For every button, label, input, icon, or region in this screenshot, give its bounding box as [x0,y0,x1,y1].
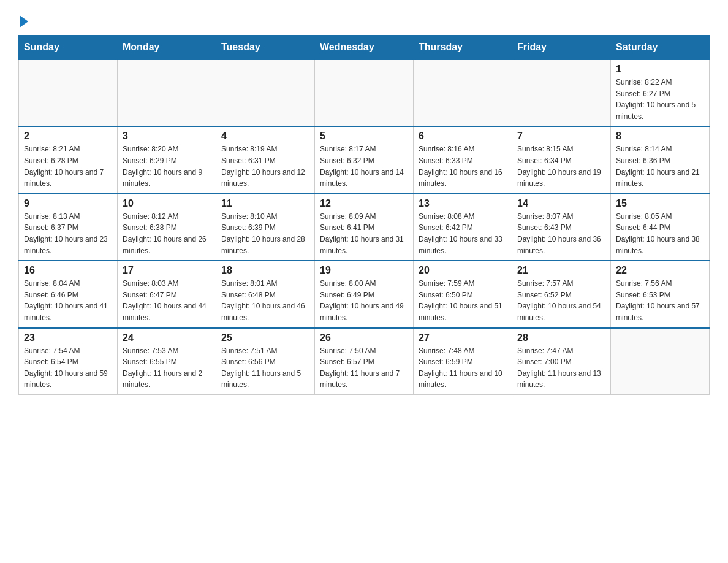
day-cell: 22Sunrise: 7:56 AM Sunset: 6:53 PM Dayli… [611,261,710,327]
day-cell: 26Sunrise: 7:50 AM Sunset: 6:57 PM Dayli… [315,328,414,395]
day-number: 4 [221,131,309,142]
day-cell: 9Sunrise: 8:13 AM Sunset: 6:37 PM Daylig… [19,194,118,261]
cell-content: 22Sunrise: 7:56 AM Sunset: 6:53 PM Dayli… [616,265,704,323]
day-info: Sunrise: 8:04 AM Sunset: 6:46 PM Dayligh… [24,278,112,323]
week-row-1: 2Sunrise: 8:21 AM Sunset: 6:28 PM Daylig… [19,126,710,193]
day-cell [315,59,414,126]
week-row-4: 23Sunrise: 7:54 AM Sunset: 6:54 PM Dayli… [19,328,710,395]
cell-content: 20Sunrise: 7:59 AM Sunset: 6:50 PM Dayli… [419,265,507,323]
day-number: 28 [517,332,605,343]
day-number: 5 [320,131,408,142]
weekday-header-wednesday: Wednesday [315,36,414,60]
day-cell: 24Sunrise: 7:53 AM Sunset: 6:55 PM Dayli… [118,328,216,395]
cell-content: 10Sunrise: 8:12 AM Sunset: 6:38 PM Dayli… [123,198,211,256]
day-info: Sunrise: 8:10 AM Sunset: 6:39 PM Dayligh… [221,211,309,256]
cell-content: 23Sunrise: 7:54 AM Sunset: 6:54 PM Dayli… [24,332,112,391]
day-number: 24 [123,332,211,343]
day-cell: 16Sunrise: 8:04 AM Sunset: 6:46 PM Dayli… [19,261,118,327]
cell-content: 21Sunrise: 7:57 AM Sunset: 6:52 PM Dayli… [517,265,605,323]
day-number: 16 [24,265,112,276]
logo-general-text [18,15,28,29]
week-row-0: 1Sunrise: 8:22 AM Sunset: 6:27 PM Daylig… [19,59,710,126]
day-info: Sunrise: 8:03 AM Sunset: 6:47 PM Dayligh… [123,278,211,323]
day-number: 26 [320,332,408,343]
day-number: 13 [419,198,507,209]
day-number: 11 [221,198,309,209]
cell-content: 18Sunrise: 8:01 AM Sunset: 6:48 PM Dayli… [221,265,309,323]
day-info: Sunrise: 7:51 AM Sunset: 6:56 PM Dayligh… [221,345,309,391]
day-cell: 8Sunrise: 8:14 AM Sunset: 6:36 PM Daylig… [611,126,710,193]
week-row-2: 9Sunrise: 8:13 AM Sunset: 6:37 PM Daylig… [19,194,710,261]
day-number: 23 [24,332,112,343]
day-info: Sunrise: 8:22 AM Sunset: 6:27 PM Dayligh… [616,77,704,122]
day-info: Sunrise: 8:12 AM Sunset: 6:38 PM Dayligh… [123,211,211,256]
day-info: Sunrise: 8:07 AM Sunset: 6:43 PM Dayligh… [517,211,605,256]
day-info: Sunrise: 8:08 AM Sunset: 6:42 PM Dayligh… [419,211,507,256]
day-cell: 28Sunrise: 7:47 AM Sunset: 7:00 PM Dayli… [512,328,611,395]
weekday-header-friday: Friday [512,36,611,60]
cell-content: 9Sunrise: 8:13 AM Sunset: 6:37 PM Daylig… [24,198,112,256]
cell-content: 8Sunrise: 8:14 AM Sunset: 6:36 PM Daylig… [616,131,704,189]
cell-content: 27Sunrise: 7:48 AM Sunset: 6:59 PM Dayli… [419,332,507,391]
cell-content: 28Sunrise: 7:47 AM Sunset: 7:00 PM Dayli… [517,332,605,391]
day-number: 15 [616,198,704,209]
day-cell: 11Sunrise: 8:10 AM Sunset: 6:39 PM Dayli… [216,194,315,261]
day-cell [118,59,216,126]
day-number: 14 [517,198,605,209]
day-info: Sunrise: 8:19 AM Sunset: 6:31 PM Dayligh… [221,144,309,189]
day-cell: 6Sunrise: 8:16 AM Sunset: 6:33 PM Daylig… [414,126,512,193]
day-info: Sunrise: 8:00 AM Sunset: 6:49 PM Dayligh… [320,278,408,323]
day-cell: 19Sunrise: 8:00 AM Sunset: 6:49 PM Dayli… [315,261,414,327]
day-number: 1 [616,64,704,75]
day-info: Sunrise: 8:09 AM Sunset: 6:41 PM Dayligh… [320,211,408,256]
cell-content: 19Sunrise: 8:00 AM Sunset: 6:49 PM Dayli… [320,265,408,323]
weekday-header-row: SundayMondayTuesdayWednesdayThursdayFrid… [19,36,710,60]
weekday-header-saturday: Saturday [611,36,710,60]
cell-content: 5Sunrise: 8:17 AM Sunset: 6:32 PM Daylig… [320,131,408,189]
day-info: Sunrise: 8:17 AM Sunset: 6:32 PM Dayligh… [320,144,408,189]
weekday-header-tuesday: Tuesday [216,36,315,60]
cell-content: 16Sunrise: 8:04 AM Sunset: 6:46 PM Dayli… [24,265,112,323]
cell-content: 6Sunrise: 8:16 AM Sunset: 6:33 PM Daylig… [419,131,507,189]
day-number: 17 [123,265,211,276]
calendar-table: SundayMondayTuesdayWednesdayThursdayFrid… [18,35,710,395]
day-number: 22 [616,265,704,276]
day-cell: 13Sunrise: 8:08 AM Sunset: 6:42 PM Dayli… [414,194,512,261]
day-number: 27 [419,332,507,343]
cell-content: 25Sunrise: 7:51 AM Sunset: 6:56 PM Dayli… [221,332,309,391]
day-cell: 27Sunrise: 7:48 AM Sunset: 6:59 PM Dayli… [414,328,512,395]
day-info: Sunrise: 7:53 AM Sunset: 6:55 PM Dayligh… [123,345,211,391]
day-cell: 7Sunrise: 8:15 AM Sunset: 6:34 PM Daylig… [512,126,611,193]
day-cell [216,59,315,126]
day-number: 12 [320,198,408,209]
day-cell [512,59,611,126]
day-info: Sunrise: 7:56 AM Sunset: 6:53 PM Dayligh… [616,278,704,323]
day-number: 18 [221,265,309,276]
day-cell: 14Sunrise: 8:07 AM Sunset: 6:43 PM Dayli… [512,194,611,261]
cell-content: 4Sunrise: 8:19 AM Sunset: 6:31 PM Daylig… [221,131,309,189]
logo [18,12,28,29]
day-cell: 3Sunrise: 8:20 AM Sunset: 6:29 PM Daylig… [118,126,216,193]
weekday-header-monday: Monday [118,36,216,60]
cell-content: 12Sunrise: 8:09 AM Sunset: 6:41 PM Dayli… [320,198,408,256]
day-info: Sunrise: 7:57 AM Sunset: 6:52 PM Dayligh… [517,278,605,323]
day-info: Sunrise: 8:13 AM Sunset: 6:37 PM Dayligh… [24,211,112,256]
day-info: Sunrise: 8:05 AM Sunset: 6:44 PM Dayligh… [616,211,704,256]
day-info: Sunrise: 7:59 AM Sunset: 6:50 PM Dayligh… [419,278,507,323]
cell-content: 11Sunrise: 8:10 AM Sunset: 6:39 PM Dayli… [221,198,309,256]
day-cell: 23Sunrise: 7:54 AM Sunset: 6:54 PM Dayli… [19,328,118,395]
day-cell: 21Sunrise: 7:57 AM Sunset: 6:52 PM Dayli… [512,261,611,327]
day-info: Sunrise: 7:54 AM Sunset: 6:54 PM Dayligh… [24,345,112,391]
day-info: Sunrise: 7:50 AM Sunset: 6:57 PM Dayligh… [320,345,408,391]
weekday-header-thursday: Thursday [414,36,512,60]
cell-content: 14Sunrise: 8:07 AM Sunset: 6:43 PM Dayli… [517,198,605,256]
day-cell: 25Sunrise: 7:51 AM Sunset: 6:56 PM Dayli… [216,328,315,395]
day-cell: 15Sunrise: 8:05 AM Sunset: 6:44 PM Dayli… [611,194,710,261]
day-number: 6 [419,131,507,142]
weekday-header-sunday: Sunday [19,36,118,60]
day-number: 9 [24,198,112,209]
cell-content: 15Sunrise: 8:05 AM Sunset: 6:44 PM Dayli… [616,198,704,256]
day-info: Sunrise: 7:47 AM Sunset: 7:00 PM Dayligh… [517,345,605,391]
day-info: Sunrise: 8:15 AM Sunset: 6:34 PM Dayligh… [517,144,605,189]
day-number: 25 [221,332,309,343]
